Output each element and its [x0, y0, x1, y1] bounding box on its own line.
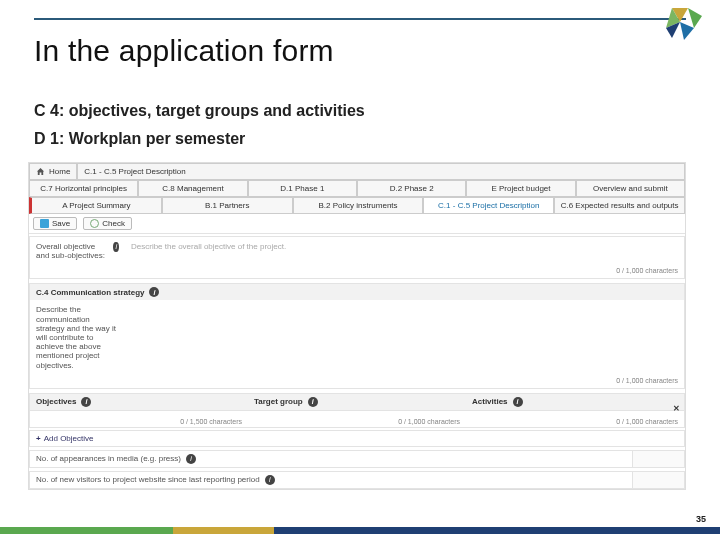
overall-objective-label: Overall objective and sub-objectives: — [36, 242, 109, 260]
stat-visitors-input[interactable] — [632, 472, 684, 488]
overall-objective-charcount: 0 / 1,000 characters — [30, 265, 684, 278]
stat-media-row: No. of appearances in media (e.g. press)… — [29, 450, 685, 468]
tab-b1[interactable]: B.1 Partners — [162, 197, 293, 214]
col-target-group: Target group i — [248, 394, 466, 410]
home-icon — [36, 167, 45, 176]
info-icon[interactable]: i — [308, 397, 318, 407]
tabs-row-1: C.7 Horizontal principles C.8 Management… — [29, 180, 685, 197]
tab-a[interactable]: A Project Summary — [29, 197, 162, 214]
stat-visitors-label-cell: No. of new visitors to project website s… — [30, 472, 632, 488]
objectives-charcount: 0 / 1,500 characters — [180, 418, 242, 425]
save-button-label: Save — [52, 219, 70, 228]
target-group-input[interactable]: 0 / 1,000 characters — [248, 411, 466, 427]
overall-objective-label-cell: Overall objective and sub-objectives: i — [30, 237, 125, 265]
breadcrumb-current: C.1 - C.5 Project Description — [77, 163, 685, 180]
tab-c8[interactable]: C.8 Management — [138, 180, 247, 197]
subtitle-d1: D 1: Workplan per semester — [34, 130, 686, 148]
overall-objective-placeholder: Describe the overall objective of the pr… — [131, 242, 286, 251]
breadcrumb-home[interactable]: Home — [29, 163, 77, 180]
c4-input[interactable] — [125, 300, 684, 374]
breadcrumb-home-label: Home — [49, 167, 70, 176]
breadcrumb-current-label: C.1 - C.5 Project Description — [84, 167, 185, 176]
stat-media-label: No. of appearances in media (e.g. press) — [36, 454, 181, 463]
col-activities: Activities i — [466, 394, 684, 410]
check-button-label: Check — [102, 219, 125, 228]
c4-charcount: 0 / 1,000 characters — [30, 375, 684, 388]
svg-marker-2 — [680, 22, 694, 40]
subtitle-c4: C 4: objectives, target groups and activ… — [34, 102, 686, 120]
info-icon[interactable]: i — [113, 242, 119, 252]
section-overall-objective: Overall objective and sub-objectives: i … — [29, 236, 685, 279]
tab-e[interactable]: E Project budget — [466, 180, 575, 197]
info-icon[interactable]: i — [81, 397, 91, 407]
app-form-screenshot: Home C.1 - C.5 Project Description C.7 H… — [28, 162, 686, 490]
save-button[interactable]: Save — [33, 217, 77, 230]
title-rule — [34, 18, 686, 20]
tab-c7[interactable]: C.7 Horizontal principles — [29, 180, 138, 197]
check-icon — [90, 219, 99, 228]
tab-overview[interactable]: Overview and submit — [576, 180, 685, 197]
save-icon — [40, 219, 49, 228]
tab-c6[interactable]: C.6 Expected results and outputs — [554, 197, 685, 214]
slide-title: In the application form — [34, 34, 686, 68]
tab-c1c5[interactable]: C.1 - C.5 Project Description — [423, 197, 554, 214]
col-objectives-label: Objectives — [36, 397, 76, 406]
page-number: 35 — [696, 514, 706, 524]
info-icon[interactable]: i — [186, 454, 196, 464]
plus-icon: + — [36, 434, 41, 443]
remove-row-button[interactable]: ✕ — [673, 404, 680, 413]
stat-media-input[interactable] — [632, 451, 684, 467]
brand-logo-icon — [658, 8, 702, 48]
add-objective-label: Add Objective — [44, 434, 94, 443]
section-c4: C.4 Communication strategy i Describe th… — [29, 283, 685, 388]
tab-d2[interactable]: D.2 Phase 2 — [357, 180, 466, 197]
tabs-row-2: A Project Summary B.1 Partners B.2 Polic… — [29, 197, 685, 214]
stat-visitors-label: No. of new visitors to project website s… — [36, 475, 260, 484]
target-group-charcount: 0 / 1,000 characters — [398, 418, 460, 425]
objectives-table-row: 0 / 1,500 characters 0 / 1,000 character… — [29, 411, 685, 428]
footer-divider — [0, 527, 720, 534]
stat-visitors-row: No. of new visitors to project website s… — [29, 471, 685, 489]
add-objective-button[interactable]: + Add Objective — [29, 430, 685, 447]
info-icon[interactable]: i — [265, 475, 275, 485]
tab-b2[interactable]: B.2 Policy instruments — [293, 197, 424, 214]
objectives-input[interactable]: 0 / 1,500 characters — [30, 411, 248, 427]
col-target-group-label: Target group — [254, 397, 303, 406]
overall-objective-input[interactable]: Describe the overall objective of the pr… — [125, 237, 684, 265]
info-icon[interactable]: i — [149, 287, 159, 297]
check-button[interactable]: Check — [83, 217, 132, 230]
c4-header-label: C.4 Communication strategy — [36, 288, 144, 297]
stat-media-label-cell: No. of appearances in media (e.g. press)… — [30, 451, 632, 467]
toolbar: Save Check — [29, 214, 685, 234]
activities-charcount: 0 / 1,000 characters — [616, 418, 678, 425]
tab-d1[interactable]: D.1 Phase 1 — [248, 180, 357, 197]
objectives-table-header: Objectives i Target group i Activities i — [29, 393, 685, 411]
col-activities-label: Activities — [472, 397, 508, 406]
activities-input[interactable]: 0 / 1,000 characters ✕ — [466, 411, 684, 427]
info-icon[interactable]: i — [513, 397, 523, 407]
col-objectives: Objectives i — [30, 394, 248, 410]
c4-desc-label: Describe the communication strategy and … — [30, 300, 125, 374]
c4-header-bar: C.4 Communication strategy i — [30, 284, 684, 300]
breadcrumb-row: Home C.1 - C.5 Project Description — [29, 163, 685, 180]
svg-marker-1 — [688, 8, 702, 28]
